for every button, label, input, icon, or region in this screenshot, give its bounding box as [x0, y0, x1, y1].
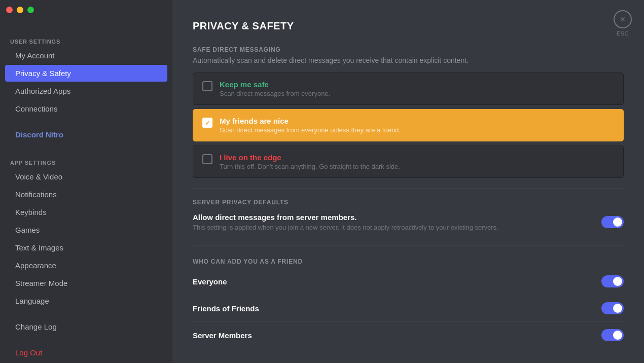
friend-everyone-toggle[interactable]: [601, 275, 624, 287]
server-dm-toggle[interactable]: [601, 216, 624, 228]
option-keep-safe-text: Keep me safe Scan direct messages from e…: [220, 80, 330, 97]
server-privacy-title: SERVER PRIVACY DEFAULTS: [193, 199, 624, 206]
friend-fof-toggle[interactable]: [601, 302, 624, 314]
who-can-add-title: WHO CAN ADD YOU AS A FRIEND: [193, 258, 624, 265]
sidebar-item-appearance[interactable]: Appearance: [5, 257, 167, 274]
friend-fof-label: Friends of Friends: [193, 304, 259, 313]
option-friends-nice-title: My friends are nice: [220, 117, 401, 125]
sidebar-item-connections[interactable]: Connections: [5, 100, 167, 117]
checkbox-keep-safe: [202, 81, 212, 91]
friend-server-toggle[interactable]: [601, 329, 624, 341]
option-live-edge-text: I live on the edge Turn this off. Don't …: [220, 153, 400, 170]
esc-label: ESC: [617, 30, 629, 37]
sidebar-item-games[interactable]: Games: [5, 222, 167, 238]
esc-icon: ✕: [620, 15, 626, 23]
option-live-edge-desc: Turn this off. Don't scan anything. Go s…: [220, 163, 400, 170]
option-keep-safe[interactable]: Keep me safe Scan direct messages from e…: [193, 72, 624, 105]
sidebar-item-change-log[interactable]: Change Log: [5, 318, 167, 335]
safe-dm-desc: Automatically scan and delete direct mes…: [193, 56, 624, 64]
option-keep-safe-title: Keep me safe: [220, 80, 330, 89]
safe-dm-title: SAFE DIRECT MESSAGING: [193, 46, 624, 53]
esc-button[interactable]: ✕ ESC: [614, 10, 632, 37]
server-dm-toggle-row: Allow direct messages from server member…: [193, 209, 624, 235]
checkbox-live-edge: [202, 154, 212, 164]
sidebar-item-logout[interactable]: Log Out: [5, 344, 167, 361]
friend-server-label: Server Members: [193, 331, 252, 340]
friend-toggle-server-members: Server Members: [193, 322, 624, 348]
option-friends-nice[interactable]: My friends are nice Scan direct messages…: [193, 109, 624, 141]
sidebar-item-privacy-safety[interactable]: Privacy & Safety: [5, 65, 167, 82]
divider-1: [193, 188, 624, 189]
option-keep-safe-desc: Scan direct messages from everyone.: [220, 90, 330, 97]
maximize-button[interactable]: [27, 7, 34, 13]
checkbox-friends-nice: [202, 118, 212, 128]
sidebar-item-text-images[interactable]: Text & Images: [5, 239, 167, 256]
server-dm-desc: This setting is applied when you join a …: [193, 224, 498, 231]
sidebar-item-notifications[interactable]: Notifications: [5, 186, 167, 203]
server-dm-label: Allow direct messages from server member…: [193, 213, 498, 222]
main-content: ✕ ESC PRIVACY & SAFETY SAFE DIRECT MESSA…: [172, 0, 644, 363]
sidebar-item-discord-nitro[interactable]: Discord Nitro: [5, 126, 167, 143]
sidebar-item-my-account[interactable]: My Account: [5, 47, 167, 64]
option-live-edge[interactable]: I live on the edge Turn this off. Don't …: [193, 146, 624, 178]
sidebar-item-language[interactable]: Language: [5, 293, 167, 309]
option-live-edge-title: I live on the edge: [220, 153, 400, 162]
friend-everyone-label: Everyone: [193, 277, 227, 286]
esc-circle: ✕: [614, 10, 632, 28]
minimize-button[interactable]: [17, 7, 23, 13]
app-settings-label: APP SETTINGS: [0, 152, 172, 168]
option-friends-nice-desc: Scan direct messages from everyone unles…: [220, 126, 401, 134]
sidebar-item-voice-video[interactable]: Voice & Video: [5, 168, 167, 185]
close-button[interactable]: [6, 7, 13, 13]
server-dm-toggle-text: Allow direct messages from server member…: [193, 213, 498, 231]
sidebar-item-authorized-apps[interactable]: Authorized Apps: [5, 83, 167, 99]
friend-toggle-everyone: Everyone: [193, 268, 624, 295]
friend-toggle-friends-of-friends: Friends of Friends: [193, 295, 624, 322]
option-friends-nice-text: My friends are nice Scan direct messages…: [220, 117, 401, 134]
sidebar-item-streamer-mode[interactable]: Streamer Mode: [5, 275, 167, 292]
user-settings-label: USER SETTINGS: [0, 30, 172, 47]
traffic-lights: [6, 7, 34, 13]
page-title: PRIVACY & SAFETY: [193, 20, 624, 32]
divider-2: [193, 245, 624, 246]
sidebar-item-keybinds[interactable]: Keybinds: [5, 204, 167, 221]
sidebar: USER SETTINGS My Account Privacy & Safet…: [0, 0, 172, 363]
